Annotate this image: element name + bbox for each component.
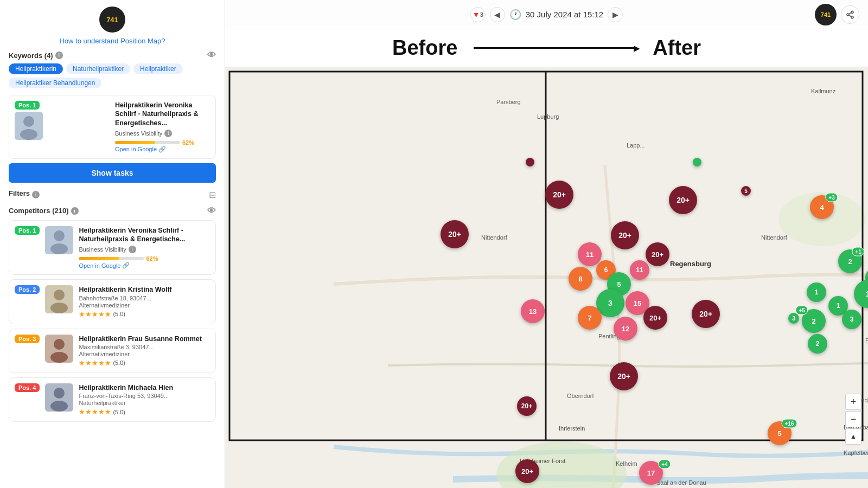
pos-badge: Pos. 1 [15,101,40,110]
compass-button[interactable]: ▲ [845,428,861,445]
pin-before-20plus-tc-circle: 20+ [545,181,573,209]
pin-after-1b-circle: 1 [807,282,826,302]
keywords-info-icon[interactable]: i [55,52,63,59]
rating-4: (5.0) [113,409,125,415]
card-cat-4: Naturheilpraktiker [79,400,210,406]
card-top-1: Pos. 1 Heilpraktikerin Veronika Schlirf … [15,226,210,269]
svg-point-10 [54,339,65,350]
progress-row-1: 62% [79,255,210,262]
card-img-3 [45,335,73,363]
card-info: Heilpraktikerin Veronika Schlirf - Natur… [115,101,210,153]
svg-point-8 [50,303,68,313]
keywords-section: Keywords (4) i 👁 [9,50,216,60]
keyword-tag-3[interactable]: Heilpraktiker [133,63,183,74]
pin-before-20plus-r-circle: 20+ [643,306,667,330]
svg-point-15 [851,11,853,13]
svg-point-17 [851,16,853,18]
pin-before-11-circle: 11 [578,242,602,266]
card-name-2: Heilpraktikerin Kristina Wolff [79,285,210,294]
keywords-list: Heilpraktikerin Naturheilpraktiker Heilp… [9,63,216,88]
competitor-card-2: Pos. 2 Heilpraktikerin Kristina Wolff Ba… [9,279,216,324]
stars-2: ★★★★★ [79,310,111,318]
zoom-out-button[interactable]: − [845,411,861,427]
keyword-tag-2[interactable]: Naturheilpraktiker [66,63,130,74]
open-google-1[interactable]: Open in Google 🔗 [79,262,210,269]
keyword-tag-1[interactable]: Heilpraktikerin [9,63,63,74]
date-text: 30 July 2024 at 15:12 [526,10,603,19]
open-in-google-link[interactable]: Open in Google 🔗 [115,146,210,153]
pin-badge-4: +4 [658,460,671,469]
pos-badge-4: Pos. 4 [15,383,40,392]
before-label: Before [392,36,457,60]
card-addr-4: Franz-von-Taxis-Ring 53, 93049... [79,393,210,399]
arrow-line [474,47,636,49]
pin-before-12-circle: 12 [614,317,637,341]
progress-bar-fill [115,141,155,144]
featured-competitor-card: Pos. 1 Heilpraktikerin Veronika Schlirf … [9,95,216,159]
svg-line-19 [849,12,852,14]
logo-area: 741 [9,7,216,33]
card-name: Heilpraktikerin Veronika Schlirf - Natur… [115,101,210,127]
svg-point-2 [20,129,37,140]
pin-after-2d-circle: 2 [808,334,827,354]
competitors-info-icon[interactable]: i [71,207,79,215]
help-link[interactable]: How to understand Position Map? [9,37,216,45]
card-cat-3: Alternativmediziner [79,351,210,357]
pin-before-11b-circle: 11 [630,260,649,280]
competitors-count-label: Competitors (210) [9,207,69,215]
stars-3: ★★★★★ [79,359,111,367]
filters-info-icon[interactable]: i [32,191,40,198]
card-name-1: Heilpraktikerin Veronika Schlirf - Natur… [79,226,210,244]
sidebar: 741 How to understand Position Map? Keyw… [0,0,225,488]
stars-4: ★★★★★ [79,408,111,416]
progress-fill-1 [79,257,119,260]
biz-vis-icon-1[interactable]: i [129,246,136,253]
competitors-label: Competitors (210) i 👁 [9,206,216,216]
filters-filter-icon[interactable]: ⊟ [209,190,216,200]
keywords-eye-icon[interactable]: 👁 [207,50,216,60]
pin-before-20plus-b-circle: 20+ [515,459,539,483]
keyword-tag-4[interactable]: Heilpraktiker Behandlungen [9,78,101,88]
svg-point-11 [50,352,68,363]
competitors-eye-icon[interactable]: 👁 [207,206,216,216]
card-img-2 [45,285,73,313]
pin-before-dark-dot-circle [526,158,534,166]
card-info-3: Heilpraktikerin Frau Susanne Rommet Maxi… [79,335,210,367]
before-after-banner: Before After [225,29,868,67]
external-link-icon: 🔗 [158,146,166,153]
biz-vis-info-icon[interactable]: i [164,130,172,137]
svg-point-14 [50,401,68,412]
pos-badge-1: Pos. 1 [15,226,40,235]
rating-2: (5.0) [113,311,125,317]
card-info-2: Heilpraktikerin Kristina Wolff Bahnhofst… [79,285,210,318]
keywords-label: Keywords (4) [9,52,53,60]
pin-before-7-circle: 7 [578,306,602,330]
biz-vis-row: Business Visibility i [115,130,210,137]
nav-next-arrow[interactable]: ▶ [608,7,623,22]
svg-point-13 [54,388,65,399]
card-top-2: Pos. 2 Heilpraktikerin Kristina Wolff Ba… [15,285,210,318]
pin-before-13-circle: 13 [521,299,545,323]
rating-3: (5.0) [113,359,125,366]
pin-after-3c-badge: +5 [795,306,808,315]
card-top-4: Pos. 4 Heilpraktikerin Michaela Hien Fra… [15,383,210,416]
card-cat-2: Alternativmediziner [79,302,210,309]
map-container[interactable]: Parsberg Kallmunz Lupburg Lapp... Lapp..… [225,67,868,488]
zoom-controls: + − ▲ [845,394,861,445]
card-info-4: Heilpraktikerin Michaela Hien Franz-von-… [79,383,210,416]
pin-before-20plus-rc-circle: 20+ [646,242,669,266]
pin-before-17-badge: +4 [658,460,671,469]
card-image [15,112,43,140]
share-button[interactable] [841,5,859,24]
show-tasks-button[interactable]: Show tasks [9,163,216,183]
logo: 741 [99,7,125,33]
zoom-in-button[interactable]: + [845,394,861,410]
pin-before-20plus-tr-circle: 20+ [669,186,697,214]
pin-bottom-5-badge: +16 [782,419,797,428]
progress-pct: 62% [182,139,194,146]
pin-before-20plus-bc-circle: 20+ [610,362,638,390]
nav-prev-arrow[interactable]: ◀ [490,7,505,22]
nav-down-arrow[interactable]: ▼ 3 [470,7,486,22]
card-addr-2: Bahnhofstraße 18, 93047... [79,295,210,301]
pct-1: 62% [146,255,158,262]
